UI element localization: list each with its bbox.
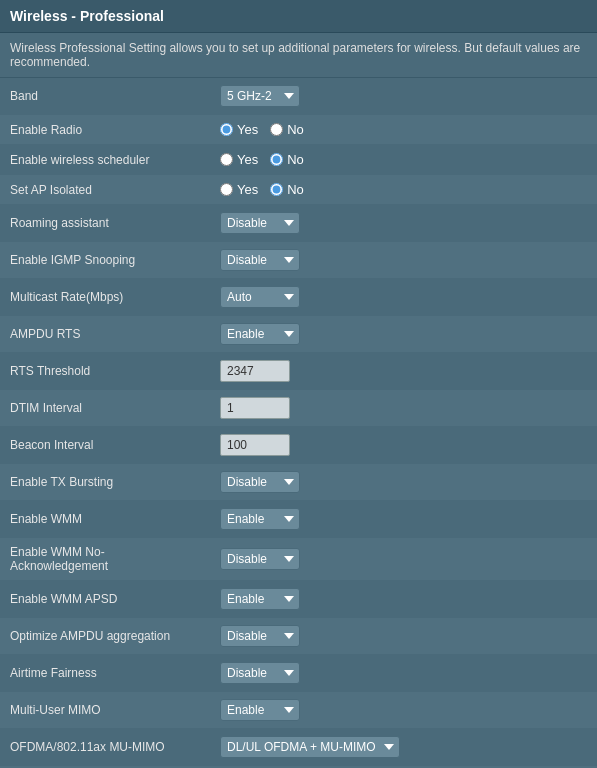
page-description: Wireless Professional Setting allows you… — [0, 33, 597, 78]
table-row: DTIM Interval — [0, 390, 597, 427]
setting-control[interactable]: EnableDisable — [210, 316, 597, 353]
setting-control[interactable]: EnableDisable — [210, 581, 597, 618]
text-input[interactable] — [220, 360, 290, 382]
setting-select[interactable]: Auto125.511 — [220, 286, 300, 308]
setting-select[interactable]: DisableEnable — [220, 249, 300, 271]
table-row: Enable TX BurstingDisableEnable — [0, 464, 597, 501]
setting-control[interactable]: DL/UL OFDMA + MU-MIMODisableDL OFDMAUL O… — [210, 729, 597, 766]
setting-label: Set AP Isolated — [0, 175, 210, 205]
setting-control[interactable]: DisableEnable — [210, 464, 597, 501]
table-row: Band2.4 GHz5 GHz-15 GHz-26 GHz — [0, 78, 597, 115]
setting-label: DTIM Interval — [0, 390, 210, 427]
table-row: Beacon Interval — [0, 427, 597, 464]
table-row: Enable wireless schedulerYesNo — [0, 145, 597, 175]
setting-label: Enable Radio — [0, 115, 210, 145]
setting-label: Enable WMM No-Acknowledgement — [0, 538, 210, 581]
setting-label: Band — [0, 78, 210, 115]
setting-label: Roaming assistant — [0, 205, 210, 242]
setting-select[interactable]: DL/UL OFDMA + MU-MIMODisableDL OFDMAUL O… — [220, 736, 400, 758]
text-input[interactable] — [220, 434, 290, 456]
setting-label: AMPDU RTS — [0, 316, 210, 353]
table-row: Optimize AMPDU aggregationDisableEnable — [0, 618, 597, 655]
setting-control[interactable]: DisableEnable — [210, 205, 597, 242]
radio-label[interactable]: Yes — [220, 182, 258, 197]
setting-select[interactable]: EnableDisable — [220, 508, 300, 530]
setting-control[interactable]: YesNo — [210, 115, 597, 145]
setting-control[interactable]: EnableDisable — [210, 692, 597, 729]
radio-label[interactable]: Yes — [220, 152, 258, 167]
setting-label: Multi-User MIMO — [0, 692, 210, 729]
radio-input[interactable] — [270, 153, 283, 166]
setting-label: OFDMA/802.11ax MU-MIMO — [0, 729, 210, 766]
radio-input[interactable] — [270, 183, 283, 196]
setting-select[interactable]: EnableDisable — [220, 588, 300, 610]
text-input[interactable] — [220, 397, 290, 419]
setting-select[interactable]: EnableDisable — [220, 699, 300, 721]
setting-label: Multicast Rate(Mbps) — [0, 279, 210, 316]
table-row: Enable WMMEnableDisable — [0, 501, 597, 538]
setting-label: Beacon Interval — [0, 427, 210, 464]
table-row: Enable WMM APSDEnableDisable — [0, 581, 597, 618]
setting-control[interactable]: DisableEnable — [210, 618, 597, 655]
table-row: OFDMA/802.11ax MU-MIMODL/UL OFDMA + MU-M… — [0, 729, 597, 766]
radio-input[interactable] — [220, 153, 233, 166]
radio-input[interactable] — [220, 123, 233, 136]
setting-control[interactable] — [210, 427, 597, 464]
setting-label: Enable WMM APSD — [0, 581, 210, 618]
table-row: Set AP IsolatedYesNo — [0, 175, 597, 205]
setting-label: Enable WMM — [0, 501, 210, 538]
table-row: Multi-User MIMOEnableDisable — [0, 692, 597, 729]
setting-control[interactable]: DisableEnable — [210, 538, 597, 581]
setting-control[interactable]: DisableEnable — [210, 655, 597, 692]
radio-label[interactable]: No — [270, 122, 304, 137]
settings-table: Band2.4 GHz5 GHz-15 GHz-26 GHzEnable Rad… — [0, 78, 597, 768]
setting-label: Optimize AMPDU aggregation — [0, 618, 210, 655]
table-row: Enable WMM No-AcknowledgementDisableEnab… — [0, 538, 597, 581]
setting-select[interactable]: DisableEnable — [220, 548, 300, 570]
table-row: Enable RadioYesNo — [0, 115, 597, 145]
setting-control[interactable]: EnableDisable — [210, 501, 597, 538]
table-row: AMPDU RTSEnableDisable — [0, 316, 597, 353]
setting-control[interactable]: YesNo — [210, 145, 597, 175]
radio-label[interactable]: No — [270, 182, 304, 197]
table-row: Roaming assistantDisableEnable — [0, 205, 597, 242]
setting-label: Airtime Fairness — [0, 655, 210, 692]
setting-label: Enable IGMP Snooping — [0, 242, 210, 279]
setting-select[interactable]: DisableEnable — [220, 212, 300, 234]
setting-control[interactable]: Auto125.511 — [210, 279, 597, 316]
setting-label: Enable TX Bursting — [0, 464, 210, 501]
setting-control[interactable]: DisableEnable — [210, 242, 597, 279]
setting-select[interactable]: DisableEnable — [220, 662, 300, 684]
setting-label: RTS Threshold — [0, 353, 210, 390]
table-row: Multicast Rate(Mbps)Auto125.511 — [0, 279, 597, 316]
page-title: Wireless - Professional — [0, 0, 597, 33]
table-row: Enable IGMP SnoopingDisableEnable — [0, 242, 597, 279]
setting-select[interactable]: DisableEnable — [220, 471, 300, 493]
radio-label[interactable]: No — [270, 152, 304, 167]
setting-label: Enable wireless scheduler — [0, 145, 210, 175]
setting-select[interactable]: 2.4 GHz5 GHz-15 GHz-26 GHz — [220, 85, 300, 107]
radio-input[interactable] — [270, 123, 283, 136]
setting-control[interactable]: 2.4 GHz5 GHz-15 GHz-26 GHz — [210, 78, 597, 115]
setting-select[interactable]: DisableEnable — [220, 625, 300, 647]
setting-select[interactable]: EnableDisable — [220, 323, 300, 345]
table-row: Airtime FairnessDisableEnable — [0, 655, 597, 692]
table-row: RTS Threshold — [0, 353, 597, 390]
setting-control[interactable] — [210, 353, 597, 390]
radio-label[interactable]: Yes — [220, 122, 258, 137]
setting-control[interactable]: YesNo — [210, 175, 597, 205]
setting-control[interactable] — [210, 390, 597, 427]
radio-input[interactable] — [220, 183, 233, 196]
